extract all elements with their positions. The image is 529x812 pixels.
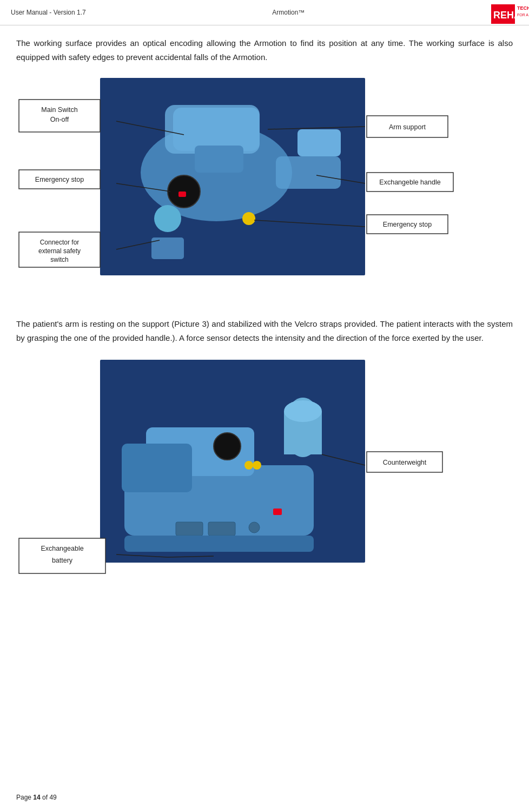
logo-svg: REHA TECHNOLOGY FOR A BETTER LIFE bbox=[491, 4, 529, 24]
svg-text:battery: battery bbox=[52, 557, 73, 564]
current-page: 14 bbox=[33, 794, 40, 801]
svg-rect-14 bbox=[297, 129, 341, 156]
header-center: Armotion™ bbox=[272, 9, 305, 16]
svg-text:On-off: On-off bbox=[50, 116, 69, 123]
diagram-1-svg: Main Switch On-off Emergency stop Connec… bbox=[16, 75, 513, 300]
svg-rect-49 bbox=[208, 522, 235, 536]
svg-text:Main Switch: Main Switch bbox=[41, 106, 77, 114]
paragraph-1: The working surface provides an optical … bbox=[16, 36, 513, 64]
diagram-2-svg: Counterweight Exchangeable battery bbox=[16, 357, 513, 584]
diagram-2-container: Counterweight Exchangeable battery bbox=[16, 354, 513, 587]
svg-text:Emergency stop: Emergency stop bbox=[383, 221, 432, 228]
svg-point-10 bbox=[154, 205, 181, 232]
svg-text:Emergency stop: Emergency stop bbox=[35, 176, 84, 183]
svg-rect-57 bbox=[19, 538, 105, 573]
svg-text:switch: switch bbox=[50, 256, 68, 263]
svg-rect-11 bbox=[178, 192, 186, 197]
svg-point-43 bbox=[284, 400, 322, 422]
svg-point-44 bbox=[214, 433, 241, 460]
header-left: User Manual - Version 1.7 bbox=[11, 9, 86, 16]
page-footer: Page 14 of 49 bbox=[16, 793, 57, 801]
svg-point-50 bbox=[249, 522, 260, 533]
diagram-1-container: Main Switch On-off Emergency stop Connec… bbox=[16, 74, 513, 301]
footer-text: Page 14 of 49 bbox=[16, 794, 57, 801]
page-header: User Manual - Version 1.7 Armotion™ REHA… bbox=[0, 0, 529, 25]
svg-text:external safety: external safety bbox=[38, 247, 81, 255]
svg-text:Exchangeable: Exchangeable bbox=[41, 545, 83, 552]
svg-text:Exchangeble handle: Exchangeble handle bbox=[379, 179, 440, 186]
svg-point-12 bbox=[242, 212, 255, 225]
svg-rect-40 bbox=[122, 444, 192, 492]
svg-rect-48 bbox=[176, 522, 203, 536]
svg-rect-45 bbox=[273, 509, 282, 515]
svg-text:FOR A BETTER LIFE: FOR A BETTER LIFE bbox=[517, 13, 529, 17]
svg-point-47 bbox=[253, 461, 261, 470]
svg-text:Counterweight: Counterweight bbox=[383, 459, 427, 466]
svg-point-46 bbox=[244, 461, 253, 470]
company-logo: REHA TECHNOLOGY FOR A BETTER LIFE bbox=[491, 4, 518, 21]
svg-text:TECHNOLOGY: TECHNOLOGY bbox=[517, 5, 529, 11]
paragraph-2: The patient's arm is resting on the supp… bbox=[16, 317, 513, 345]
svg-rect-51 bbox=[124, 536, 314, 552]
svg-text:Arm support: Arm support bbox=[389, 123, 426, 131]
svg-rect-8 bbox=[195, 146, 243, 173]
svg-rect-13 bbox=[276, 156, 341, 189]
svg-text:Connector for: Connector for bbox=[40, 239, 80, 246]
main-content: The working surface provides an optical … bbox=[0, 25, 529, 614]
